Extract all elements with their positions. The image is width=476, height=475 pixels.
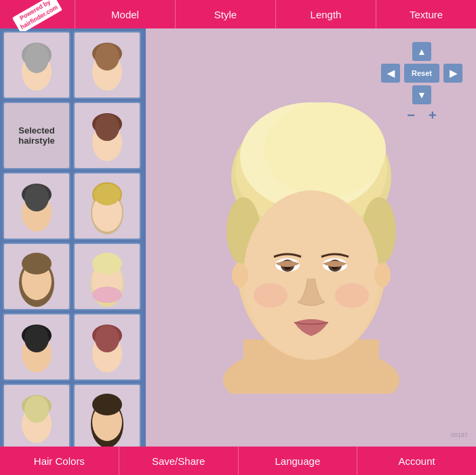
model-svg	[189, 82, 433, 394]
svg-point-62	[254, 283, 287, 308]
tab-language[interactable]: Language	[239, 447, 358, 475]
svg-point-63	[335, 283, 369, 308]
hairstyle-thumb-1[interactable]	[73, 31, 141, 99]
svg-point-25	[92, 253, 122, 274]
svg-point-16	[94, 184, 121, 205]
hair-row-3	[3, 243, 143, 310]
hair-row-4	[3, 313, 143, 381]
hairstyle-thumb-3[interactable]	[73, 102, 141, 169]
svg-point-20	[22, 253, 52, 274]
hair-row-0	[3, 31, 143, 99]
center-display: ▲ ◀ Reset ▶ ▼ − +	[146, 28, 476, 447]
tab-save-share[interactable]: Save/Share	[119, 447, 239, 475]
model-display	[189, 82, 433, 394]
svg-point-64	[232, 263, 248, 287]
svg-point-11	[24, 184, 49, 211]
tab-length[interactable]: Length	[275, 0, 376, 28]
hair-row-5	[3, 384, 143, 447]
svg-point-34	[24, 396, 49, 423]
svg-point-28	[24, 325, 49, 352]
selected-label-text: Selectedhairstyle	[18, 125, 54, 146]
svg-point-31	[95, 325, 119, 352]
pan-up-button[interactable]: ▲	[412, 42, 431, 61]
hairstyle-thumb-4[interactable]	[3, 172, 71, 240]
tab-style[interactable]: Style	[175, 0, 275, 28]
hairstyle-thumb-11[interactable]	[73, 384, 141, 447]
svg-point-65	[374, 263, 391, 287]
tab-account[interactable]: Account	[357, 447, 476, 475]
hair-row-2	[3, 172, 143, 240]
tab-hair-colors[interactable]: Hair Colors	[0, 447, 119, 475]
svg-point-2	[24, 43, 49, 73]
hairstyle-sidebar: Selectedhairstyle	[0, 28, 146, 447]
tab-texture[interactable]: Texture	[376, 0, 476, 28]
hairstyle-thumb-6[interactable]	[3, 243, 71, 310]
bottom-navigation: Hair Colors Save/Share Language Account	[0, 447, 476, 475]
main-area: Selectedhairstyle	[0, 28, 476, 447]
selected-hairstyle-label[interactable]: Selectedhairstyle	[3, 102, 71, 169]
hairstyle-thumb-10[interactable]	[3, 384, 71, 447]
pan-right-button[interactable]: ▶	[443, 64, 462, 83]
reset-button[interactable]: Reset	[404, 64, 439, 83]
hairstyle-thumb-8[interactable]	[3, 313, 71, 381]
nav-middle-row: ◀ Reset ▶	[381, 64, 462, 83]
svg-point-24	[92, 287, 122, 303]
hairstyle-thumb-7[interactable]	[73, 243, 141, 310]
hairstyle-thumb-0[interactable]	[3, 31, 71, 99]
hair-row-1: Selectedhairstyle	[3, 102, 143, 169]
logo-area: Powered by hairfinder.com	[0, 0, 75, 28]
hairstyle-thumb-9[interactable]	[73, 313, 141, 381]
hairstyle-thumb-5[interactable]	[73, 172, 141, 240]
svg-point-5	[95, 43, 119, 70]
top-nav-tabs: Model Style Length Texture	[75, 0, 476, 28]
watermark: 00187	[451, 432, 468, 438]
pan-left-button[interactable]: ◀	[381, 64, 400, 83]
svg-point-38	[92, 394, 122, 415]
top-navigation: Powered by hairfinder.com Model Style Le…	[0, 0, 476, 28]
tab-model[interactable]: Model	[75, 0, 175, 28]
svg-point-52	[264, 102, 386, 197]
svg-point-8	[95, 114, 119, 141]
